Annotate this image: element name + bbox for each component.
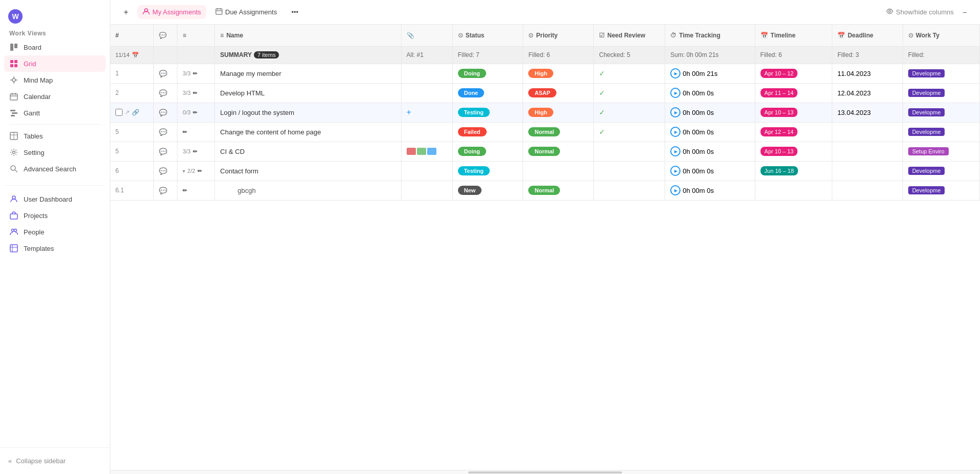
sidebar-item-board[interactable]: Board [4, 39, 106, 55]
play-button[interactable] [670, 107, 681, 117]
row-worktype-cell[interactable]: Setup Enviro [903, 142, 979, 161]
due-assignments-button[interactable]: Due Assignments [210, 5, 282, 19]
row-deadline-cell[interactable]: 13.04.2023 [832, 103, 903, 122]
row-comment-cell[interactable]: 💬 [154, 64, 177, 83]
row-review-cell[interactable]: ✓ [594, 122, 665, 142]
col-header-review[interactable]: ☑ Need Review [594, 25, 665, 46]
row-priority-cell[interactable]: Normal [523, 122, 594, 142]
row-action-cell[interactable]: 3/3✏ [177, 142, 215, 161]
row-action-cell[interactable]: 3/3✏ [177, 83, 215, 103]
row-priority-cell[interactable]: Normal [523, 181, 594, 200]
row-deadline-cell[interactable]: 11.04.2023 [832, 64, 903, 83]
play-button[interactable] [670, 185, 681, 195]
row-deadline-cell[interactable] [832, 181, 903, 200]
row-priority-cell[interactable]: ASAP [523, 83, 594, 103]
row-worktype-cell[interactable]: Developme [903, 122, 979, 142]
row-status-cell[interactable]: Done [452, 83, 523, 103]
row-checkbox[interactable] [115, 109, 123, 116]
sidebar-item-people[interactable]: People [4, 224, 106, 240]
add-attach-button[interactable]: + [407, 108, 411, 117]
row-name-cell[interactable]: Login / logout the system [215, 103, 401, 122]
play-button[interactable] [670, 88, 681, 98]
col-header-priority[interactable]: ⊙ Priority [523, 25, 594, 46]
row-timeline-cell[interactable]: Apr 12 – 14 [755, 122, 832, 142]
row-tracking-cell[interactable]: 0h 00m 0s [665, 142, 755, 161]
sidebar-item-advanced-search[interactable]: Advanced Search [4, 161, 106, 177]
col-header-timeline[interactable]: 📅 Timeline [755, 25, 832, 46]
row-name-cell[interactable]: gbcgh [215, 181, 401, 200]
row-worktype-cell[interactable]: Developme [903, 83, 979, 103]
row-timeline-cell[interactable]: Jun 16 – 18 [755, 161, 832, 181]
sidebar-item-mindmap[interactable]: Mind Map [4, 72, 106, 88]
row-tracking-cell[interactable]: 0h 00m 0s [665, 103, 755, 122]
row-attach-cell[interactable]: + [401, 103, 452, 122]
row-priority-cell[interactable]: Normal [523, 142, 594, 161]
row-timeline-cell[interactable]: Apr 10 – 13 [755, 142, 832, 161]
col-header-status[interactable]: ⊙ Status [452, 25, 523, 46]
row-action-cell[interactable]: ✏ [177, 181, 215, 200]
play-button[interactable] [670, 166, 681, 176]
row-action-cell[interactable]: 0/3✏ [177, 103, 215, 122]
row-name-cell[interactable]: CI & CD [215, 142, 401, 161]
row-timeline-cell[interactable] [755, 181, 832, 200]
row-tracking-cell[interactable]: 0h 00m 21s [665, 64, 755, 83]
row-review-cell[interactable]: ✓ [594, 64, 665, 83]
col-header-worktype[interactable]: ⊙ Work Ty [903, 25, 979, 46]
sidebar-item-grid[interactable]: Grid [4, 55, 106, 72]
scrollbar-area[interactable] [110, 470, 980, 474]
row-status-cell[interactable]: Failed [452, 122, 523, 142]
row-tracking-cell[interactable]: 0h 00m 0s [665, 181, 755, 200]
row-name-cell[interactable]: Manage my member [215, 64, 401, 83]
row-timeline-cell[interactable]: Apr 10 – 13 [755, 103, 832, 122]
row-priority-cell[interactable]: High [523, 103, 594, 122]
row-deadline-cell[interactable] [832, 161, 903, 181]
col-header-tracking[interactable]: ⏱ Time Tracking [665, 25, 755, 46]
play-button[interactable] [670, 68, 681, 78]
sidebar-item-calendar[interactable]: Calendar [4, 88, 106, 105]
row-status-cell[interactable]: Doing [452, 64, 523, 83]
collapse-sidebar-button[interactable]: « Collapse sidebar [5, 454, 105, 468]
row-timeline-cell[interactable]: Apr 10 – 12 [755, 64, 832, 83]
row-attach-cell[interactable] [401, 181, 452, 200]
row-attach-cell[interactable] [401, 64, 452, 83]
sidebar-item-user-dashboard[interactable]: User Dashboard [4, 191, 106, 207]
row-worktype-cell[interactable]: Developme [903, 161, 979, 181]
row-status-cell[interactable]: New [452, 181, 523, 200]
row-comment-cell[interactable]: 💬 [154, 181, 177, 200]
my-assignments-button[interactable]: My Assignments [137, 5, 206, 19]
row-review-cell[interactable] [594, 142, 665, 161]
sidebar-item-gantt[interactable]: Gantt [4, 105, 106, 121]
col-header-attach[interactable]: 📎 [401, 25, 452, 46]
minimize-button[interactable]: – [958, 6, 972, 18]
row-review-cell[interactable] [594, 161, 665, 181]
row-review-cell[interactable]: ✓ [594, 103, 665, 122]
col-header-name[interactable]: ≡ Name [215, 25, 401, 46]
row-name-cell[interactable]: Change the content of home page [215, 122, 401, 142]
row-comment-cell[interactable]: 💬 [154, 122, 177, 142]
row-status-cell[interactable]: Doing [452, 142, 523, 161]
sidebar-item-projects[interactable]: Projects [4, 207, 106, 224]
row-priority-cell[interactable]: High [523, 64, 594, 83]
row-tracking-cell[interactable]: 0h 00m 0s [665, 122, 755, 142]
row-comment-cell[interactable]: 💬 [154, 142, 177, 161]
row-attach-cell[interactable] [401, 161, 452, 181]
row-worktype-cell[interactable]: Developme [903, 181, 979, 200]
row-name-cell[interactable]: Contact form [215, 161, 401, 181]
row-status-cell[interactable]: Testing [452, 161, 523, 181]
row-action-cell[interactable]: ✏ [177, 122, 215, 142]
row-deadline-cell[interactable] [832, 122, 903, 142]
more-options-button[interactable]: ••• [286, 6, 304, 18]
row-timeline-cell[interactable]: Apr 11 – 14 [755, 83, 832, 103]
row-tracking-cell[interactable]: 0h 00m 0s [665, 83, 755, 103]
sidebar-logo[interactable]: W [4, 5, 106, 28]
row-comment-cell[interactable]: 💬 [154, 161, 177, 181]
row-deadline-cell[interactable] [832, 142, 903, 161]
row-attach-cell[interactable] [401, 142, 452, 161]
scrollbar-thumb[interactable] [468, 471, 622, 473]
row-review-cell[interactable] [594, 181, 665, 200]
row-worktype-cell[interactable]: Developme [903, 103, 979, 122]
row-deadline-cell[interactable]: 12.04.2023 [832, 83, 903, 103]
row-status-cell[interactable]: Testing [452, 103, 523, 122]
row-attach-cell[interactable] [401, 83, 452, 103]
sidebar-item-tables[interactable]: Tables [4, 128, 106, 144]
